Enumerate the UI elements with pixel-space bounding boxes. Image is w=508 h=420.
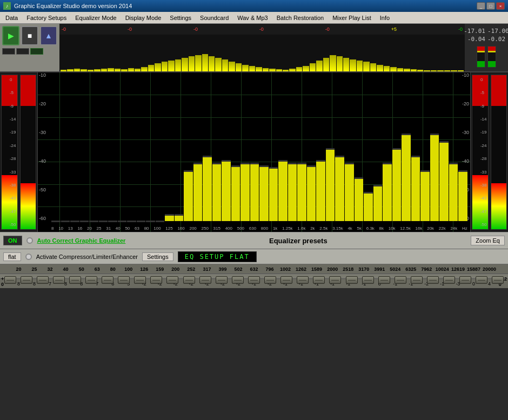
auto-correct-radio[interactable] [26, 237, 33, 244]
fader-knob-19[interactable] [313, 276, 325, 284]
menu-item-display-mode[interactable]: Display Mode [121, 14, 166, 22]
close-button[interactable]: × [496, 2, 505, 10]
fader-knob-21[interactable] [346, 276, 358, 284]
fader-knob-1[interactable] [21, 276, 32, 284]
eq-bar-7 [118, 221, 127, 221]
fader-knob-26[interactable] [427, 276, 439, 284]
spec-bar [189, 56, 195, 71]
eq-bar-32 [355, 177, 364, 221]
eject-button[interactable]: ▲ [40, 26, 57, 45]
menu-bar: DataFactory SetupsEqualizer ModeDisplay … [0, 12, 508, 24]
menu-item-info[interactable]: Info [376, 14, 394, 22]
menu-item-batch-restoration[interactable]: Batch Restoration [272, 14, 328, 22]
fader-knob-20[interactable] [329, 276, 341, 284]
fader-section: 2025324050638010012615920025231739950263… [0, 264, 508, 288]
fader-knob-7[interactable] [118, 276, 130, 284]
eq-bar-40 [430, 134, 439, 221]
auto-correct-label[interactable]: Auto Correct Graphic Equalizer [37, 237, 126, 244]
fader-knob-16[interactable] [264, 276, 276, 284]
fader-knob-12[interactable] [199, 276, 211, 284]
spec-bar [384, 66, 390, 71]
menu-item-soundcard[interactable]: Soundcard [196, 14, 233, 22]
spec-bar [101, 69, 107, 71]
freq-label-50: 50 [73, 266, 89, 272]
vu-fill-r2 [491, 183, 507, 230]
fader-knob-3[interactable] [53, 276, 65, 284]
fader-knob-6[interactable] [102, 276, 113, 284]
fader-knob-8[interactable] [134, 276, 146, 284]
freq-label-32: 32 [42, 266, 58, 272]
vu-left-db: -0.04 [467, 36, 485, 43]
spec-bar [323, 58, 329, 71]
eq-bar-23 [269, 167, 278, 221]
fader-knob-29[interactable] [476, 276, 487, 284]
spec-bar [88, 70, 93, 71]
fader-area[interactable]: +12 0 -12 +12 0 -12 [0, 274, 508, 278]
menu-item-equalizer-mode[interactable]: Equalizer Mode [71, 14, 121, 22]
spec-bar [67, 69, 73, 71]
eq-display-area: 0-5-9-14-19-24-28-33-38-43-47-50 [0, 72, 508, 232]
fader-knob-9[interactable] [150, 276, 162, 284]
fader-knob-24[interactable] [395, 276, 406, 284]
spec-bar [148, 65, 154, 71]
eq-bar-25 [288, 163, 297, 221]
maximize-button[interactable]: □ [486, 2, 495, 10]
stop-button[interactable]: ■ [21, 26, 38, 45]
zoom-eq-button[interactable]: Zoom Eq [471, 236, 505, 245]
spec-bar [222, 59, 228, 71]
freq-label-1262: 1262 [293, 266, 309, 272]
eq-bar-1 [61, 221, 70, 221]
spec-bar [377, 65, 383, 71]
spec-bar [337, 56, 343, 71]
menu-item-factory-setups[interactable]: Factory Setups [22, 14, 71, 22]
eq-bar-36 [392, 148, 402, 221]
compressor-radio[interactable] [25, 254, 32, 260]
fader-knob-23[interactable] [378, 276, 390, 284]
minimize-button[interactable]: _ [477, 2, 485, 10]
freq-label-6325: 6325 [403, 266, 419, 272]
ruler-marks: -0 -0 -0 -0 -0 +5 -0 [62, 26, 463, 32]
fader-knob-15[interactable] [248, 276, 260, 284]
freq-label-317: 317 [199, 266, 215, 272]
freq-label-20: 20 [11, 266, 26, 272]
settings-button[interactable]: Settings [142, 252, 173, 261]
fader-knob-28[interactable] [459, 276, 471, 284]
spec-bar [330, 55, 336, 71]
eq-bar-31 [345, 163, 354, 221]
fader-knob-4[interactable] [69, 276, 81, 284]
fader-knob-30[interactable] [492, 276, 504, 284]
spec-bar [458, 70, 464, 71]
fader-knob-11[interactable] [183, 276, 195, 284]
title-bar: ♪ Graphic Equalizer Studio demo version … [0, 0, 508, 12]
fader-knob-2[interactable] [37, 276, 49, 284]
fader-knob-0[interactable] [4, 276, 16, 284]
vu-green-left [477, 61, 485, 67]
fader-knob-18[interactable] [297, 276, 309, 284]
vu-reading-top: -17.01 -17.00 [464, 28, 508, 35]
fader-knob-14[interactable] [232, 276, 244, 284]
fader-knob-25[interactable] [411, 276, 423, 284]
window-buttons[interactable]: _ □ × [477, 2, 505, 10]
eq-bar-37 [402, 134, 411, 221]
fader-knob-5[interactable] [85, 276, 97, 284]
eq-bars-container [51, 75, 467, 221]
ruler-bar: -0 -0 -0 -0 -0 +5 -0 [59, 24, 465, 35]
freq-label-3170: 3170 [356, 266, 372, 272]
flat-button[interactable]: flat [3, 252, 21, 261]
fader-knob-27[interactable] [443, 276, 455, 284]
fader-knob-17[interactable] [280, 276, 292, 284]
play-button[interactable]: ▶ [2, 26, 19, 45]
eq-y-labels-left: -10-20-30-40-50-60 [39, 72, 46, 221]
menu-item-wav-&-mp3[interactable]: Wav & Mp3 [233, 14, 272, 22]
menu-item-settings[interactable]: Settings [165, 14, 196, 22]
freq-label-20000: 20000 [482, 266, 497, 272]
ruler-mark: -0 [325, 26, 330, 32]
fader-knob-10[interactable] [166, 276, 178, 284]
menu-item-data[interactable]: Data [1, 14, 22, 22]
fader-knob-22[interactable] [362, 276, 374, 284]
menu-item-mixer-play-list[interactable]: Mixer Play List [328, 14, 376, 22]
freq-label-1002: 1002 [278, 266, 293, 272]
on-off-button[interactable]: ON [3, 236, 22, 245]
vu-scale-right: 0-5-9-14-19-24-28-33-38-43-47-50 [480, 77, 487, 227]
fader-knob-13[interactable] [216, 276, 228, 284]
